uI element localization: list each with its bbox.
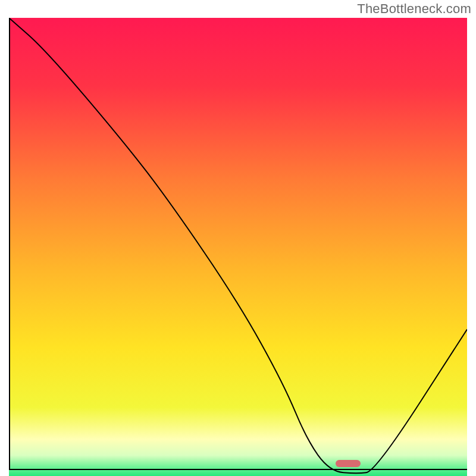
- optimal-marker: [336, 460, 361, 467]
- bottleneck-curve-line: [9, 18, 467, 476]
- bottleneck-chart: [9, 18, 467, 470]
- watermark-text: TheBottleneck.com: [357, 1, 471, 17]
